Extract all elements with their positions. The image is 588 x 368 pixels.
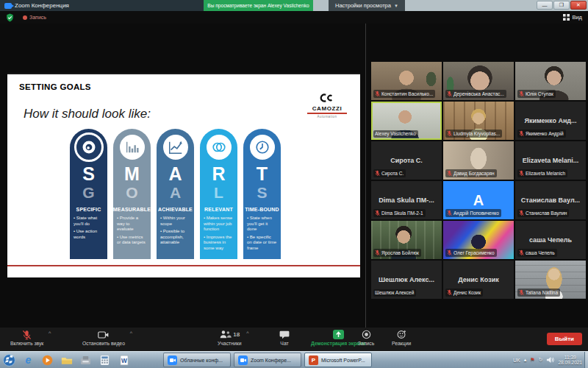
mic-muted-icon (375, 170, 380, 177)
smart-title: TIME-BOUND (245, 206, 279, 213)
participant-tile[interactable]: Юлія Ступак (515, 62, 586, 100)
taskbar-app-label: Microsoft PowerP... (321, 358, 365, 363)
participant-tile[interactable]: Alexey Vasilchenko (371, 102, 442, 140)
participant-tile[interactable]: Сирота С.Сирота С. (371, 141, 442, 180)
minimize-button[interactable]: — (537, 1, 553, 10)
mic-muted-icon (519, 130, 524, 137)
participant-tile[interactable]: саша Чепельсаша Чепель (515, 221, 586, 259)
record-label: Запись (358, 341, 374, 346)
taskbar-app-zoom[interactable]: Zoom Конфере... (234, 353, 301, 367)
mic-muted-icon (519, 289, 524, 296)
clock-time: 11:39 (564, 355, 576, 361)
participant-label: Олег Герасименко (445, 249, 497, 257)
reactions-label: Реакции (392, 341, 411, 346)
quick-launch-bar: e W (3, 352, 130, 368)
security-shield-icon[interactable] (6, 13, 14, 22)
zoom-app-window: Zoom Конференция Вы просматриваете экран… (0, 0, 588, 368)
tray-expand-chevron[interactable]: ▴ (524, 357, 527, 363)
taskbar-app-powerpoint[interactable]: PMicrosoft PowerP... (304, 353, 372, 367)
participant-label: саша Чепель (517, 249, 557, 257)
mic-options-chevron[interactable]: ^ (49, 330, 51, 336)
participant-tile[interactable]: Денис КозикДенис Козик (443, 261, 514, 299)
participant-tile[interactable]: Dima Skula ПМ-...Dima Skula ПМ-2-1 (371, 181, 442, 219)
view-settings-dropdown[interactable]: Настройки просмотра ▼ (329, 0, 405, 11)
leave-meeting-button[interactable]: Выйти (547, 333, 582, 345)
restore-button[interactable]: ❐ (553, 1, 570, 10)
participant-tile[interactable]: Олег Герасименко (443, 221, 514, 259)
action-center-flag-icon[interactable]: ⚑ (530, 357, 534, 363)
mic-muted-icon (447, 91, 452, 97)
windows-taskbar: e W Облачные конф...Zoom Конфере...PMicr… (0, 351, 588, 368)
smart-letter: A (168, 163, 182, 184)
participants-chevron[interactable]: ^ (246, 330, 248, 336)
recording-indicator[interactable]: Запись (23, 15, 46, 20)
participant-label: Шешлюк Алексей (373, 289, 416, 297)
mic-muted-icon (375, 91, 380, 97)
participant-tile[interactable]: Elizaveta Melani...Elizaveta Melanich (515, 141, 586, 180)
record-button[interactable]: Запись (358, 329, 374, 346)
participant-tile[interactable]: Шешлюк Алекс...Шешлюк Алексей (371, 261, 442, 299)
stop-video-label: Остановить видео (82, 341, 125, 346)
close-button[interactable]: ✕ (570, 1, 587, 10)
bar-chart-icon (118, 132, 147, 162)
camozzi-mark-icon (320, 93, 334, 102)
smart-goals-graphic: SGSPECIFIC• State what you'll do• Use ac… (70, 129, 281, 259)
goals-letter: O (126, 184, 137, 202)
mic-muted-icon (375, 210, 380, 216)
taskbar-app-zoom[interactable]: Облачные конф... (163, 353, 231, 367)
participant-tile[interactable]: Tatiana Nikitina (515, 261, 586, 299)
keyboard-layout[interactable]: UK (513, 358, 520, 363)
calculator-icon[interactable] (98, 354, 111, 367)
camozzi-subtitle: Automation (304, 115, 350, 118)
show-desktop-button[interactable] (584, 352, 588, 368)
camozzi-red-line (307, 113, 347, 114)
reactions-icon (397, 329, 406, 340)
participant-label: Alexey Vasilchenko (373, 130, 418, 138)
presentation-slide: SETTING GOALS CAMOZZI Automation How it … (7, 73, 360, 277)
mic-muted-icon (447, 130, 452, 137)
participant-tile[interactable]: Якименко Анд...Якименко Андрій (515, 102, 586, 140)
svg-text:W: W (121, 356, 127, 364)
taskbar-clock[interactable]: 11:39 28.09.2021 (558, 355, 582, 366)
participant-tile[interactable]: ААндрій Поповиченко (443, 181, 514, 219)
participant-label: Якименко Андрій (517, 130, 566, 138)
taskbar-app-label: Облачные конф... (180, 358, 223, 363)
zoom-app-icon (168, 355, 177, 365)
start-button[interactable] (3, 354, 15, 367)
chevron-down-icon: ▼ (394, 4, 398, 8)
participant-tile[interactable]: Константин Василько... (371, 62, 442, 100)
speaker-icon[interactable] (546, 356, 554, 364)
participant-tile[interactable]: Станислав Ваул...Станислав Ваулин (515, 181, 586, 219)
word-document-icon[interactable]: W (118, 354, 130, 367)
reactions-button[interactable]: Реакции (392, 329, 411, 346)
unmute-button[interactable]: Включить звук ^ (10, 329, 43, 346)
participant-tile[interactable]: Деренівська Анастас... (443, 62, 514, 100)
stop-video-button[interactable]: Остановить видео ^ (82, 329, 125, 346)
smart-column-achievable: AAACHIEVABLE• Within your scope• Possibl… (157, 129, 194, 259)
participant-tile[interactable]: Liudmyla Kryvoplias... (443, 102, 514, 140)
participant-label: Давид Богдасарян (445, 169, 497, 177)
view-button[interactable]: Вид (563, 14, 582, 21)
explorer-folder-icon[interactable] (60, 354, 73, 367)
chat-bubble-icon (279, 329, 290, 340)
participants-icon (219, 330, 232, 339)
fax-device-icon[interactable] (79, 354, 92, 367)
participant-tile[interactable]: Ярослав Бойлюк (371, 221, 442, 259)
view-settings-label: Настройки просмотра (335, 2, 391, 9)
smart-title: SPECIFIC (76, 206, 101, 213)
mic-muted-icon (519, 210, 524, 216)
update-icon[interactable]: ↻ (539, 357, 543, 363)
smart-letter: M (124, 163, 140, 184)
camozzi-logo: CAMOZZI Automation (304, 92, 350, 118)
media-player-icon[interactable] (41, 354, 54, 367)
participants-button[interactable]: 18 Участники ^ (218, 329, 241, 346)
participant-tile[interactable]: Давид Богдасарян (443, 141, 514, 180)
chat-button[interactable]: Чат (279, 329, 290, 346)
video-options-chevron[interactable]: ^ (130, 330, 132, 336)
unmute-label: Включить звук (10, 341, 43, 346)
internet-explorer-icon[interactable]: e (22, 354, 35, 367)
smart-title: ACHIEVABLE (158, 206, 193, 213)
mic-muted-icon (447, 170, 452, 177)
record-dot-icon (23, 15, 27, 20)
goals-letter: L (214, 184, 223, 202)
